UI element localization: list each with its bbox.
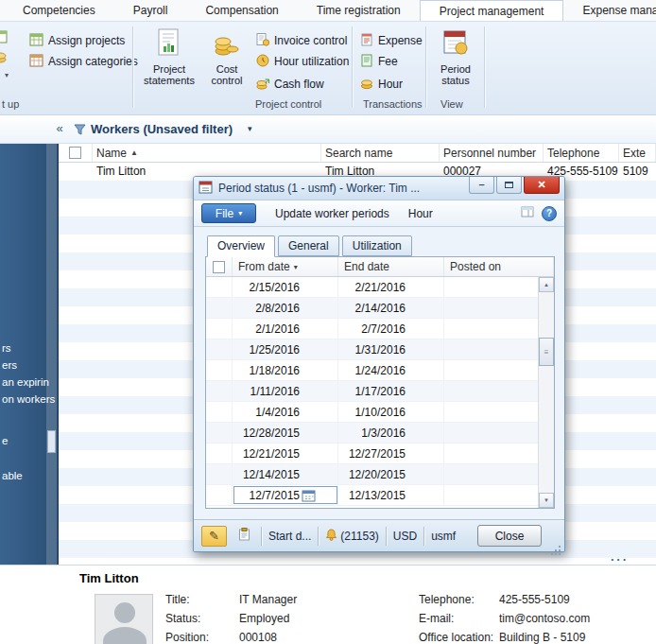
row-checkbox-cell[interactable] xyxy=(59,163,93,181)
cell-from-date[interactable]: 12/28/2015 xyxy=(233,423,338,443)
file-menu-button[interactable]: File ▾ xyxy=(201,203,256,223)
cell-from-date[interactable]: 2/1/2016 xyxy=(233,319,338,339)
cell-from-date[interactable]: 1/4/2016 xyxy=(233,402,338,422)
fee-button[interactable]: Fee xyxy=(357,52,401,71)
table-row[interactable]: 2/1/20162/7/2016 xyxy=(206,319,538,339)
clipped-icon[interactable] xyxy=(0,51,8,67)
cell-end-date[interactable]: 2/7/2016 xyxy=(338,319,444,339)
date-picker-icon[interactable] xyxy=(301,488,317,503)
scroll-up-button[interactable]: ▲ xyxy=(539,277,554,292)
column-header-personnel-number[interactable]: Personnel number xyxy=(440,144,544,162)
layout-icon[interactable] xyxy=(521,206,534,220)
menu-item-hour[interactable]: Hour xyxy=(408,207,433,220)
close-button[interactable]: Close xyxy=(477,525,542,547)
tab-project-management[interactable]: Project management xyxy=(420,0,564,21)
cell-end-date[interactable]: 12/27/2015 xyxy=(338,444,444,463)
cash-flow-button[interactable]: Cash flow xyxy=(253,75,327,94)
menu-item-update-worker-periods[interactable]: Update worker periods xyxy=(275,207,389,220)
table-row[interactable]: 2/8/20162/14/2016 xyxy=(206,298,538,319)
cell-from-date-editing[interactable]: 12/7/2015 xyxy=(233,485,338,505)
nav-item[interactable]: an expirin xyxy=(2,376,49,388)
invoice-control-button[interactable]: Invoice control xyxy=(253,31,350,50)
resize-grip[interactable] xyxy=(559,546,561,548)
cell-from-date[interactable]: 2/8/2016 xyxy=(233,298,338,318)
dropdown-icon[interactable]: ▾ xyxy=(5,71,9,79)
start-date-button[interactable]: Start d... xyxy=(268,530,311,543)
paste-button[interactable] xyxy=(233,526,254,547)
table-row-selected[interactable]: 12/7/2015 12/13/2015 xyxy=(206,485,538,506)
table-row[interactable]: 2/15/20162/21/2016 xyxy=(206,277,538,298)
cell-end-date[interactable]: 1/24/2016 xyxy=(338,360,444,380)
select-all-checkbox[interactable] xyxy=(213,261,225,273)
tab-payroll[interactable]: Payroll xyxy=(114,0,187,21)
nav-item[interactable]: ers xyxy=(2,359,17,371)
cell-from-date[interactable]: 1/11/2016 xyxy=(233,381,338,401)
cell-end-date[interactable]: 1/31/2016 xyxy=(338,339,444,359)
collapse-pane-button[interactable]: « xyxy=(51,120,68,137)
cell-end-date[interactable]: 1/3/2016 xyxy=(338,423,444,443)
assign-categories-button[interactable]: Assign categories xyxy=(26,52,141,71)
maximize-button[interactable] xyxy=(496,177,522,194)
cell-end-date[interactable]: 2/21/2016 xyxy=(338,277,444,297)
grid-scrollbar[interactable]: ▲ ≡ ▼ xyxy=(538,277,554,508)
hour-button[interactable]: Hour xyxy=(357,75,406,94)
clipped-icon[interactable] xyxy=(0,30,8,46)
project-statements-button[interactable]: Project statements xyxy=(140,28,199,95)
column-header-end-date[interactable]: End date xyxy=(338,257,444,276)
edit-record-button[interactable]: ✎ xyxy=(201,526,227,547)
close-window-button[interactable]: ✕ xyxy=(524,177,560,194)
cell-from-date[interactable]: 1/25/2016 xyxy=(233,339,338,359)
table-row[interactable]: 1/11/20161/17/2016 xyxy=(206,381,538,402)
tab-general[interactable]: General xyxy=(278,235,339,256)
dialog-titlebar[interactable]: Period status (1 - usmf) - Worker: Tim .… xyxy=(194,177,564,200)
column-header-from-date[interactable]: From date ▾ xyxy=(233,257,338,276)
table-row[interactable]: 12/28/20151/3/2016 xyxy=(206,423,538,444)
minimize-button[interactable]: – xyxy=(469,177,494,194)
help-button[interactable]: ? xyxy=(542,206,557,221)
nav-item[interactable]: e xyxy=(2,435,8,446)
table-row[interactable]: 1/18/20161/24/2016 xyxy=(206,360,538,381)
cell-from-date[interactable]: 1/18/2016 xyxy=(233,360,338,380)
cell-extension[interactable]: 5109 xyxy=(619,163,656,181)
select-all-checkbox[interactable] xyxy=(69,147,81,159)
cell-end-date[interactable]: 12/13/2015 xyxy=(338,485,444,505)
cell-end-date[interactable]: 2/14/2016 xyxy=(338,298,444,318)
scrollbar-thumb[interactable]: ≡ xyxy=(539,338,554,366)
nav-scrollbar-thumb[interactable] xyxy=(47,430,56,453)
table-row[interactable]: 12/14/201512/20/2015 xyxy=(206,464,538,485)
tab-compensation[interactable]: Compensation xyxy=(186,0,297,21)
column-header-name[interactable]: Name ▲ xyxy=(93,144,321,162)
table-row[interactable]: 1/25/20161/31/2016 xyxy=(206,339,538,360)
nav-item[interactable]: able xyxy=(2,470,23,481)
tab-utilization[interactable]: Utilization xyxy=(342,235,412,256)
period-status-button[interactable]: Period status xyxy=(431,28,480,95)
column-header-telephone[interactable]: Telephone xyxy=(544,144,619,162)
cell-from-date[interactable]: 12/21/2015 xyxy=(233,444,338,463)
cell-end-date[interactable]: 12/20/2015 xyxy=(338,464,444,484)
nav-scrollbar[interactable] xyxy=(46,144,57,566)
column-header-search-name[interactable]: Search name xyxy=(321,144,440,162)
page-title[interactable]: Workers (Unsaved filter) xyxy=(91,122,233,136)
assign-projects-button[interactable]: Assign projects xyxy=(26,31,128,50)
hour-utilization-button[interactable]: Hour utilization xyxy=(253,52,352,71)
cost-control-button[interactable]: Cost control xyxy=(200,28,253,95)
tab-expense-management[interactable]: Expense management xyxy=(563,0,656,21)
nav-item[interactable]: rs xyxy=(2,342,11,354)
cell-end-date[interactable]: 1/17/2016 xyxy=(338,381,444,401)
column-header-extension[interactable]: Exte xyxy=(619,144,656,162)
expense-button[interactable]: Expense xyxy=(357,31,425,50)
notifications-button[interactable]: (21153) xyxy=(325,529,378,544)
cell-from-date[interactable]: 12/14/2015 xyxy=(233,464,338,484)
tab-competencies[interactable]: Competencies xyxy=(4,0,114,21)
select-all-checkbox-cell[interactable] xyxy=(59,144,93,162)
table-row[interactable]: 12/21/201512/27/2015 xyxy=(206,444,538,464)
scroll-down-button[interactable]: ▼ xyxy=(539,493,554,508)
cell-end-date[interactable]: 1/10/2016 xyxy=(338,402,444,422)
tab-time-registration[interactable]: Time registration xyxy=(298,0,420,21)
cell-from-date[interactable]: 2/15/2016 xyxy=(233,277,338,297)
table-row[interactable]: 1/4/20161/10/2016 xyxy=(206,402,538,423)
title-dropdown-icon[interactable]: ▾ xyxy=(248,124,252,133)
column-header-posted-on[interactable]: Posted on xyxy=(444,257,554,276)
select-all-checkbox-cell[interactable] xyxy=(206,257,233,276)
tab-overview[interactable]: Overview xyxy=(207,235,275,257)
